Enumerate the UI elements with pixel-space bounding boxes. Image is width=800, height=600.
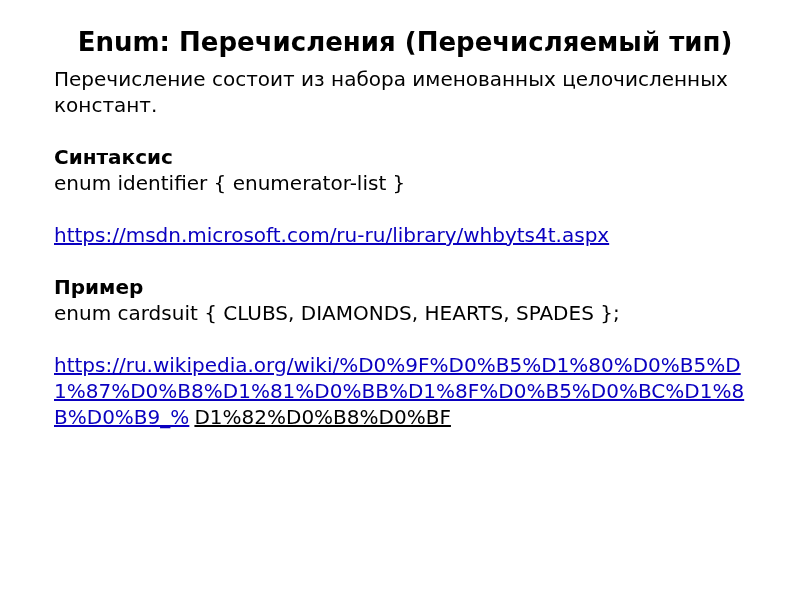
intro-text: Перечисление состоит из набора именованн… [54, 66, 756, 118]
spacer [54, 118, 756, 144]
spacer [54, 326, 756, 352]
slide-container: Enum: Перечисления (Перечисляемый тип) П… [0, 0, 800, 600]
example-heading: Пример [54, 274, 756, 300]
wiki-link-tail: D1%82%D0%B8%D0%BF [194, 405, 451, 429]
msdn-link[interactable]: https://msdn.microsoft.com/ru-ru/library… [54, 223, 609, 247]
syntax-heading: Синтаксис [54, 144, 756, 170]
slide-title: Enum: Перечисления (Перечисляемый тип) [54, 28, 756, 58]
syntax-code: enum identifier { enumerator-list } [54, 170, 756, 196]
wiki-link-block: https://ru.wikipedia.org/wiki/%D0%9F%D0%… [54, 352, 756, 430]
spacer [54, 196, 756, 222]
example-code: enum cardsuit { CLUBS, DIAMONDS, HEARTS,… [54, 300, 756, 326]
spacer [54, 248, 756, 274]
